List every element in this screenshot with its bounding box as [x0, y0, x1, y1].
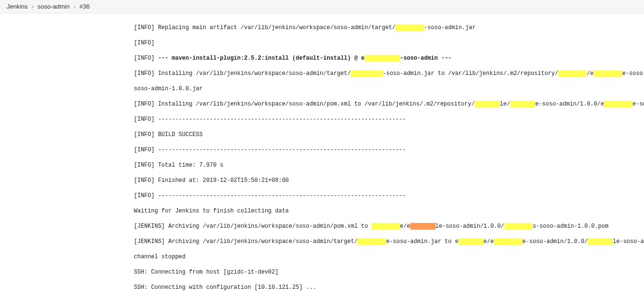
log-text: channel stopped [134, 253, 644, 261]
log-text: [INFO] Installing /var/lib/jenkins/works… [134, 101, 475, 107]
redacted [510, 101, 535, 107]
log-text: -soso-admin --- [400, 55, 452, 62]
log-text: SSH: Connecting with configuration [10.1… [134, 284, 644, 291]
log-text: e-soso-admin/1.0.0/e [535, 101, 604, 107]
redacted [604, 101, 633, 107]
breadcrumb-item-project[interactable]: soso-admin [34, 2, 72, 11]
redacted [594, 70, 622, 77]
log-text: [INFO] ---------------------------------… [134, 116, 644, 123]
log-text: Waiting for Jenkins to finish collecting… [134, 207, 644, 215]
log-text: s-soso-admin-1.0.0.pom [533, 223, 608, 230]
redacted [410, 223, 435, 230]
breadcrumb-item-build[interactable]: #36 [76, 2, 93, 11]
log-text: [INFO] [134, 39, 644, 47]
log-text: [JENKINS] Archiving /var/lib/jenkins/wor… [134, 238, 358, 245]
redacted [504, 223, 533, 230]
log-text: SSH: Connecting from host [gzidc-it-dev0… [134, 268, 644, 276]
log-text: soso-admin-1.0.0.jar [134, 85, 644, 93]
breadcrumb: Jenkins › soso-admin › #36 [0, 0, 644, 13]
log-text: --- maven-install-plugin:2.5.2:install (… [158, 55, 364, 62]
breadcrumb-item-jenkins[interactable]: Jenkins [4, 2, 31, 11]
chevron-right-icon: › [74, 3, 76, 10]
redacted [351, 70, 383, 77]
redacted [494, 238, 523, 245]
log-text: /e [587, 70, 593, 77]
log-text: le-soso-admin-1.0.0.jar [613, 238, 644, 245]
log-text: [INFO] ---------------------------------… [134, 146, 644, 154]
redacted [475, 101, 500, 107]
redacted [588, 238, 612, 245]
log-text: [JENKINS] Archiving /var/lib/jenkins/wor… [134, 223, 371, 230]
log-text: e-soso-admin/1.0.0/ [523, 238, 588, 245]
redacted [458, 238, 483, 245]
log-text: e-soso-admin-1.0.0.pom [633, 101, 644, 107]
log-text: e-soso-admin.jar to e [386, 238, 458, 245]
log-text: [INFO] ---------------------------------… [134, 192, 644, 200]
redacted [395, 24, 424, 31]
log-text: [INFO] Finished at: 2019-12-02T15:50:21+… [134, 177, 644, 184]
log-text: le-soso-admin/1.0.0/ [436, 223, 504, 230]
log-text: [INFO] Replacing main artifact /var/lib/… [134, 24, 395, 31]
log-text: [INFO] Total time: 7.970 s [134, 161, 644, 169]
log-text: e/e [483, 238, 494, 245]
redacted [358, 238, 386, 245]
log-text: le/ [500, 101, 510, 107]
log-text: e-soso-admin/1.0.0/ [622, 70, 644, 77]
log-text: -soso-admin.jar [424, 24, 476, 31]
log-text: -soso-admin.jar to /var/lib/jenkins/.m2/… [383, 70, 558, 77]
redacted [365, 55, 400, 62]
redacted [371, 223, 400, 230]
chevron-right-icon: › [32, 3, 33, 10]
log-text: e/e [400, 223, 411, 230]
redacted [558, 70, 587, 77]
log-text: [INFO] Installing /var/lib/jenkins/works… [134, 70, 351, 77]
log-text: [INFO] [134, 55, 158, 62]
log-text: [INFO] BUILD SUCCESS [134, 131, 644, 138]
console-output: [INFO] Replacing main artifact /var/lib/… [0, 13, 644, 296]
